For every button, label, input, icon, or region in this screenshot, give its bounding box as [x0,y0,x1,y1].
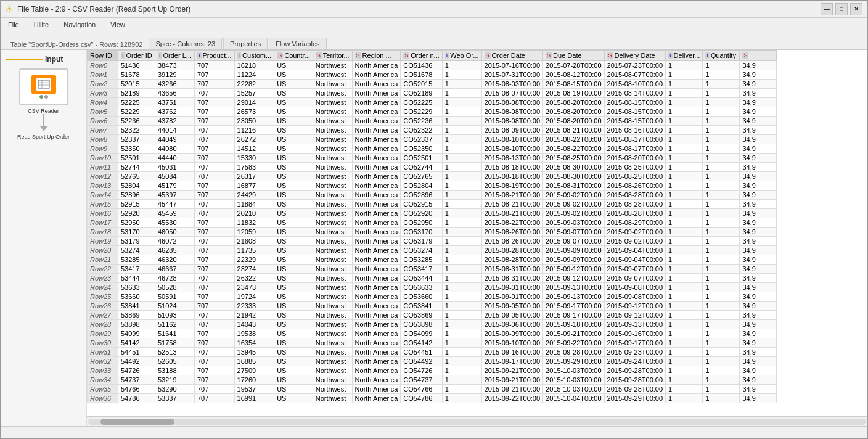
table-row: Row15529154544770711884USNorthwestNorth … [88,200,777,209]
table-row: Row2520154326670722282USNorthwestNorth A… [88,80,777,89]
col-territory[interactable]: S Territor... [313,51,352,61]
svg-rect-0 [38,80,49,88]
status-bar [1,426,867,438]
col-custom[interactable]: I Custom... [234,51,274,61]
node-arrow [40,126,47,131]
node-dot-1 [39,95,43,99]
table-scroll-container[interactable]: Row ID I Order ID I Order L... I Product… [87,50,867,416]
table-row: Row32544925260570716885USNorthwestNorth … [88,357,777,366]
col-region[interactable]: S Region ... [352,51,401,61]
col-product[interactable]: I Product... [194,51,234,61]
node-sublabel: Read Sport Up Order [17,134,70,140]
maximize-button[interactable]: □ [835,3,848,15]
table-row: Row31544515251370713945USNorthwestNorth … [88,348,777,357]
table-row: Row10525014444070715330USNorthwestNorth … [88,154,777,163]
node-name-label: CSV Reader [28,108,59,114]
title-bar-left: ⚠ File Table - 2:9 - CSV Reader (Read Sp… [6,4,190,14]
table-row: Row13528044517970716877USNorthwestNorth … [88,181,777,191]
tab-bar: Table "SportUp-Orders.csv" - Rows: 12890… [1,31,867,50]
node-svg [38,80,50,89]
col-country[interactable]: S Countr... [274,51,313,61]
table-row: Row20532744628570711735USNorthwestNorth … [88,246,777,255]
horizontal-scrollbar-area [87,416,867,426]
table-label: Table "SportUp-Orders.csv" - Rows: 12890… [6,39,147,49]
warning-icon: ⚠ [6,4,14,14]
table-row: Row19531794607270721608USNorthwestNorth … [88,237,777,246]
col-web-or[interactable]: I Web Or... [442,51,481,61]
data-table: Row ID I Order ID I Order L... I Product… [87,50,777,403]
table-row: Row8523374404970726272USNorthwestNorth A… [88,135,777,144]
col-delivery-date[interactable]: S Delivery Date [604,51,666,61]
col-deliver2[interactable]: I Deliver... [666,51,703,61]
col-s[interactable]: S [740,51,777,61]
table-area: Row ID I Order ID I Order L... I Product… [87,50,867,426]
table-row: Row24536335052870723473USNorthwestNorth … [88,283,777,292]
table-row: Row21532854632070722329USNorthwestNorth … [88,255,777,265]
title-bar: ⚠ File Table - 2:9 - CSV Reader (Read Sp… [1,1,867,18]
col-order-id[interactable]: I Order ID [118,51,155,61]
node-icon [31,75,56,94]
menu-file[interactable]: File [6,20,22,29]
input-section-label: Input [6,55,81,64]
tab-properties[interactable]: Properties [223,38,268,49]
main-window: ⚠ File Table - 2:9 - CSV Reader (Read Sp… [0,0,868,439]
table-row: Row34547375321970717260USNorthwestNorth … [88,375,777,385]
menu-navigation[interactable]: Navigation [61,20,98,29]
node-icon-inner [36,78,51,91]
input-line-decoration [6,59,43,60]
table-row: Row27538695109370721942USNorthwestNorth … [88,311,777,320]
table-row: Row29540995164170719538USNorthwestNorth … [88,329,777,338]
node-container: CSV Reader Read Sport Up Order [6,68,81,140]
node-dots [39,95,48,99]
horizontal-scrollbar-thumb[interactable] [100,419,174,425]
table-row: Row23534444672870726322USNorthwestNorth … [88,274,777,283]
table-row: Row18531704605070712059USNorthwestNorth … [88,228,777,237]
table-row: Row1516783912970711224USNorthwestNorth A… [88,70,777,80]
menu-view[interactable]: View [108,20,128,29]
tab-flow-variables[interactable]: Flow Variables [269,38,326,49]
table-row: Row12527654508470726317USNorthwestNorth … [88,172,777,181]
table-row: Row28538985116270714043USNorthwestNorth … [88,320,777,329]
col-row-id: Row ID [88,51,118,61]
table-header-row: Row ID I Order ID I Order L... I Product… [88,51,777,61]
input-label-text: Input [45,55,63,64]
minimize-button[interactable]: — [821,3,833,15]
menu-bar: File Hilite Navigation View [1,18,867,31]
table-row: Row17529504553070711832USNorthwestNorth … [88,218,777,228]
main-area: Input [1,50,867,426]
table-row: Row30541425175870716354USNorthwestNorth … [88,338,777,348]
table-row: Row26538415102470722333USNorthwestNorth … [88,302,777,311]
col-quantity[interactable]: I Quantity [703,51,740,61]
horizontal-scrollbar[interactable] [88,419,866,425]
table-row: Row4522254375170729014USNorthwestNorth A… [88,98,777,107]
table-row: Row36547865333770716991USNorthwestNorth … [88,394,777,403]
col-due-date[interactable]: S Due Date [543,51,605,61]
col-order-l[interactable]: I Order L... [155,51,195,61]
table-row: Row3521894365670715257USNorthwestNorth A… [88,89,777,98]
table-row: Row33547265318870727509USNorthwestNorth … [88,366,777,375]
table-row: Row0514363847370716218USNorthwestNorth A… [88,61,777,70]
close-button[interactable]: ✕ [850,3,862,15]
table-row: Row22534174666770723274USNorthwestNorth … [88,265,777,274]
table-row: Row11527444503170717583USNorthwestNorth … [88,163,777,172]
table-row: Row25536605059170719724USNorthwestNorth … [88,292,777,302]
node-connector [43,114,44,126]
window-title: File Table - 2:9 - CSV Reader (Read Spor… [17,5,190,14]
sidebar: Input [1,50,87,426]
table-row: Row35547665329070719537USNorthwestNorth … [88,385,777,394]
table-row: Row16529204545970720210USNorthwestNorth … [88,209,777,218]
csv-reader-node[interactable] [19,68,68,105]
table-row: Row9523504408070714512USNorthwestNorth A… [88,144,777,154]
col-order-date[interactable]: S Order Date [481,51,543,61]
table-row: Row14528964539770724429USNorthwestNorth … [88,191,777,200]
tab-spec[interactable]: Spec - Columns: 23 [149,38,222,49]
table-row: Row7523224401470711216USNorthwestNorth A… [88,126,777,135]
table-row: Row6522364378270723050USNorthwestNorth A… [88,117,777,126]
title-controls: — □ ✕ [821,3,862,15]
col-order-n[interactable]: S Order n... [401,51,442,61]
node-dot-2 [44,95,48,99]
menu-hilite[interactable]: Hilite [31,20,51,29]
table-row: Row5522294376270726573USNorthwestNorth A… [88,107,777,117]
